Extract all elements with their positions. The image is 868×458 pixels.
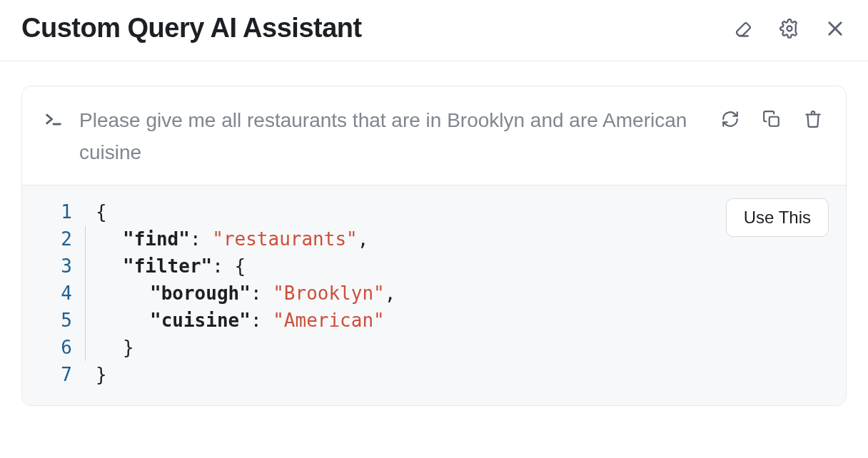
use-this-button[interactable]: Use This [726, 198, 829, 237]
prompt-row: Please give me all restaurants that are … [22, 86, 846, 185]
prompt-icon [44, 109, 64, 129]
code-block: 1 { 2 "find": "restaurants", 3 "filter":… [39, 198, 829, 388]
prompt-text: Please give me all restaurants that are … [79, 105, 703, 169]
line-number: 2 [39, 225, 72, 253]
header-actions [732, 17, 847, 40]
line-number: 5 [39, 307, 72, 334]
copy-icon[interactable] [760, 108, 783, 131]
refresh-icon[interactable] [719, 108, 742, 131]
close-icon[interactable] [824, 17, 847, 40]
line-number: 3 [39, 253, 72, 280]
code-line: 3 "filter": { [39, 253, 829, 280]
line-number: 6 [39, 334, 72, 361]
line-number: 4 [39, 280, 72, 307]
trash-icon[interactable] [802, 108, 824, 131]
code-line: 4 "borough": "Brooklyn", [39, 280, 829, 307]
code-line: 6 } [39, 334, 829, 361]
svg-rect-4 [769, 117, 779, 126]
gear-icon[interactable] [778, 17, 801, 40]
code-line: 1 { [39, 198, 829, 225]
prompt-actions [719, 108, 824, 131]
code-area: Use This 1 { 2 "find": "restaurants", 3 … [22, 185, 846, 405]
line-number: 1 [39, 198, 72, 225]
query-card: Please give me all restaurants that are … [21, 86, 847, 406]
line-number: 7 [39, 361, 72, 388]
eraser-icon[interactable] [732, 17, 755, 40]
page-title: Custom Query AI Assistant [21, 13, 362, 44]
svg-point-0 [787, 26, 792, 31]
code-line: 5 "cuisine": "American" [39, 307, 829, 334]
header: Custom Query AI Assistant [0, 0, 868, 61]
code-line: 2 "find": "restaurants", [39, 225, 829, 253]
code-line: 7 } [39, 361, 829, 388]
